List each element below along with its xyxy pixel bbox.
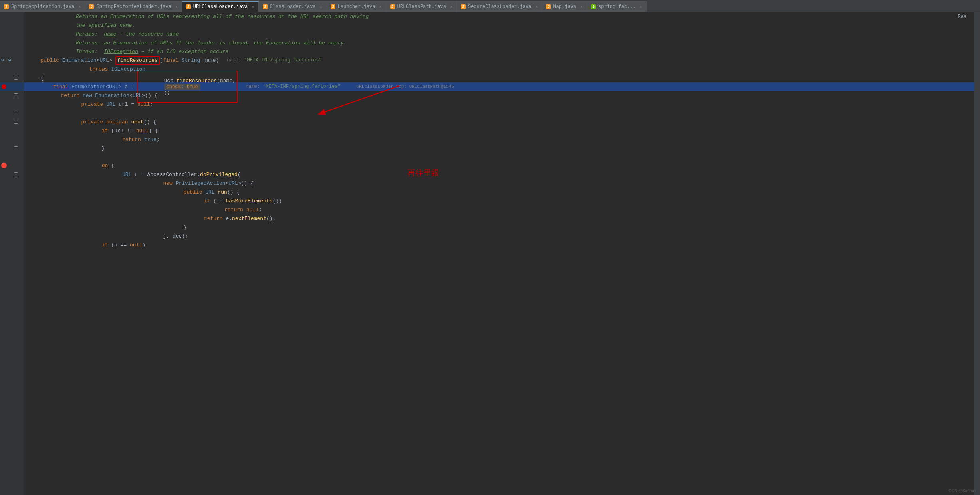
keyword-throws: throws IOException [28, 66, 145, 72]
code-line-breakpoint: final Enumeration<URL> e = ucp.findResou… [24, 82, 974, 91]
tab-url-classpath[interactable]: J URLClassPath.java ✕ [386, 1, 457, 12]
java-icon: J [546, 4, 551, 9]
code-line-blank1 [24, 109, 974, 117]
method-name-highlighted: findResources [115, 56, 160, 65]
gutter-line-45 [0, 407, 24, 416]
code-line-ret-null: return null; [24, 205, 974, 214]
code-line-url-null: private URL url = null; [24, 100, 974, 109]
gutter-line-23 [0, 214, 24, 223]
code-line-if-url: if (url != null) { [24, 126, 974, 135]
gutter-line-41 [0, 372, 24, 381]
java-icon: J [89, 4, 94, 9]
fold-icon[interactable]: - [14, 120, 18, 124]
code-line-next: private boolean next() { [24, 117, 974, 126]
code-line-do: do { [24, 161, 974, 170]
fold-icon[interactable]: - [14, 146, 18, 150]
tab-label: SpringFactoriesLoader.java [96, 4, 171, 10]
gutter-line-38 [0, 346, 24, 354]
tab-label: Launcher.java [338, 4, 375, 10]
gutter-line-16 [0, 152, 24, 161]
gutter-line-12: - [0, 117, 24, 126]
code-line-ret-next: return e.nextElement(); [24, 214, 974, 223]
gutter-line-11: - [0, 109, 24, 117]
code-line-comment3: Params: name – the resource name [24, 30, 974, 38]
gutter-line-9: - [0, 91, 24, 100]
gutter-line-brace: - [0, 73, 24, 82]
gutter-line-1 [0, 12, 24, 21]
gutter-line-13 [0, 126, 24, 135]
tab-label: URLClassLoader.java [193, 4, 248, 10]
gutter-line-28 [0, 258, 24, 267]
code-line-comment2: the specified name. [24, 21, 974, 30]
tab-label: Map.java [553, 4, 576, 10]
gutter-line-4 [0, 38, 24, 47]
tab-classloader[interactable]: J ClassLoader.java ✕ [259, 1, 327, 12]
brace-open: { [28, 75, 44, 81]
code-line-close-if: } [24, 144, 974, 152]
gutter-line-14 [0, 135, 24, 144]
gutter-line-43 [0, 390, 24, 398]
chinese-annotation-label: 再往里跟 [407, 168, 439, 178]
tab-close[interactable]: ✕ [379, 4, 381, 9]
breakpoint-icon[interactable] [2, 84, 6, 89]
gutter-line-25 [0, 232, 24, 240]
gutter-line-15: - [0, 144, 24, 152]
fold-icon[interactable]: - [14, 76, 18, 80]
tab-close[interactable]: ✕ [175, 4, 178, 9]
code-line-method-sig: public Enumeration<URL> findResources (f… [24, 56, 974, 65]
gutter-line-32 [0, 293, 24, 302]
gutter-line-method: ⊙ ⊙ [0, 56, 24, 65]
code-editor[interactable]: Returns an Enumeration of URLs represent… [24, 12, 974, 495]
fold-icon[interactable]: - [14, 111, 18, 115]
gutter-line-debug: 🔴 [0, 161, 24, 170]
keyword-public: public [28, 57, 59, 63]
gutter-line-21 [0, 196, 24, 205]
gutter-line-19 [0, 179, 24, 188]
tab-close[interactable]: ✕ [450, 4, 452, 9]
tab-close[interactable]: ✕ [640, 4, 642, 9]
comment-text: Returns: an Enumeration of URLs If the l… [76, 40, 347, 46]
line-gutter: ⊙ ⊙ - - - - - 🔴 - [0, 12, 24, 495]
fold-icon[interactable]: - [14, 93, 18, 97]
spring-icon: S [591, 4, 596, 9]
tab-url-classloader[interactable]: J URLClassLoader.java ✕ [182, 1, 259, 12]
inline-hint-name2: name: "META-INF/spring.factories" [246, 84, 341, 89]
tab-spring-application[interactable]: J SpringApplication.java ✕ [0, 1, 85, 12]
code-line-if-u-null: if (u == null) [24, 240, 974, 249]
java-icon: J [390, 4, 395, 9]
right-status-text: Rea [958, 14, 966, 20]
gutter-line-33 [0, 302, 24, 311]
gutter-line-3 [0, 30, 24, 38]
debug-ucp-value: URLClassLoader.ucp: URLClassPath@1545 [357, 84, 454, 89]
gutter-line-39 [0, 354, 24, 363]
tab-close[interactable]: ✕ [78, 4, 81, 9]
tab-close[interactable]: ✕ [580, 4, 583, 9]
comment-text: Params: name – the resource name [76, 31, 179, 37]
tab-secure-classloader[interactable]: J SecureClassLoader.java ✕ [457, 1, 542, 12]
gutter-line-37 [0, 337, 24, 346]
tab-close[interactable]: ✕ [535, 4, 538, 9]
java-icon: J [4, 4, 9, 9]
gutter-line-48 [0, 434, 24, 442]
fold-icon[interactable]: - [14, 172, 18, 176]
comment-text: Throws: IOException – if an I/O exceptio… [76, 49, 228, 55]
code-line-new-priv: new PrivilegedAction<URL>() { [24, 179, 974, 188]
tab-map[interactable]: J Map.java ✕ [542, 1, 587, 12]
code-line-return-new: return new Enumeration<URL>() { [24, 91, 974, 100]
gutter-line-44 [0, 398, 24, 407]
tab-launcher[interactable]: J Launcher.java ✕ [327, 1, 386, 12]
tab-bar: J SpringApplication.java ✕ J SpringFacto… [0, 0, 980, 12]
code-line-pub-run: public URL run() { [24, 188, 974, 196]
scrollbar[interactable] [974, 12, 980, 495]
tab-spring-fac[interactable]: S spring.fac... ✕ [587, 1, 647, 12]
gutter-line-47 [0, 425, 24, 434]
gutter-line-breakpoint [0, 82, 24, 91]
gutter-line-34 [0, 311, 24, 319]
tab-close[interactable]: ✕ [252, 4, 254, 9]
tab-close[interactable]: ✕ [320, 4, 322, 9]
tab-spring-factories-loader[interactable]: J SpringFactoriesLoader.java ✕ [85, 1, 182, 12]
code-line-url-u: URL u = AccessController.doPrivileged( [24, 170, 974, 179]
gutter-line-18: - [0, 170, 24, 179]
code-line-comment1: Returns an Enumeration of URLs represent… [24, 12, 974, 21]
check-hint: check: true [164, 84, 200, 90]
